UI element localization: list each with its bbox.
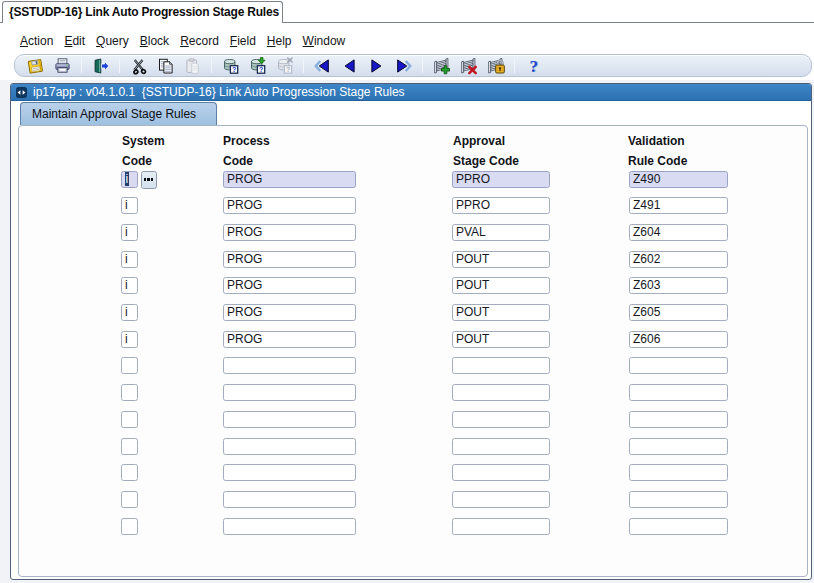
process-code-field-row-4[interactable]: PROG: [223, 251, 356, 268]
paste-button[interactable]: [183, 56, 203, 75]
menu-item-block[interactable]: Block: [139, 32, 170, 50]
system-code-field-row-9[interactable]: [121, 384, 138, 401]
print-button[interactable]: [53, 56, 73, 75]
approval-stage-code-field-row-6[interactable]: POUT: [452, 304, 550, 321]
toolbar-separator: [514, 58, 515, 73]
process-code-field-row-2[interactable]: PROG: [223, 197, 356, 214]
system-code-field-row-8[interactable]: [121, 357, 138, 374]
validation-rule-code-field-row-3[interactable]: Z604: [629, 224, 728, 241]
approval-stage-code-field-row-13[interactable]: [452, 491, 550, 508]
validation-rule-code-field-row-12[interactable]: [629, 464, 728, 481]
validation-rule-code-field-row-7[interactable]: Z606: [629, 331, 728, 348]
cut-button[interactable]: [129, 56, 149, 75]
svg-text:?: ?: [232, 65, 236, 72]
process-code-field-row-8[interactable]: [223, 357, 356, 374]
paste-icon: [183, 57, 202, 75]
validation-rule-code-field-row-6[interactable]: Z605: [629, 304, 728, 321]
validation-rule-code-field-row-14[interactable]: [629, 518, 728, 535]
system-code-field-row-6[interactable]: i: [121, 304, 138, 321]
approval-stage-code-field-row-14[interactable]: [452, 518, 550, 535]
menu-item-window[interactable]: Window: [302, 32, 347, 50]
system-code-field-row-1[interactable]: i: [121, 171, 138, 188]
validation-rule-code-field-row-4[interactable]: Z602: [629, 251, 728, 268]
cut-icon: [129, 57, 148, 75]
help-icon: ??: [524, 57, 543, 75]
execute-query-button[interactable]: ?: [248, 56, 268, 75]
approval-stage-code-field-row-7[interactable]: POUT: [452, 331, 550, 348]
application-window: {SSTUDP-16} Link Auto Progression Stage …: [0, 0, 814, 583]
validation-rule-code-field-row-13[interactable]: [629, 491, 728, 508]
process-code-field-row-10[interactable]: [223, 411, 356, 428]
copy-button[interactable]: [156, 56, 176, 75]
validation-rule-code-field-row-9[interactable]: [629, 384, 728, 401]
process-code-field-row-14[interactable]: [223, 518, 356, 535]
next-record-button[interactable]: [367, 56, 387, 75]
menu-item-edit[interactable]: Edit: [63, 32, 86, 50]
approval-stage-code-field-row-11[interactable]: [452, 438, 550, 455]
form-window-title-bar[interactable]: ip17app : v04.1.0.1 {SSTUDP-16} Link Aut…: [11, 84, 811, 101]
validation-rule-code-field-row-2[interactable]: Z491: [629, 197, 728, 214]
toolbar-separator: [211, 58, 212, 73]
process-code-field-row-5[interactable]: PROG: [223, 277, 356, 294]
approval-stage-code-field-row-5[interactable]: POUT: [452, 277, 550, 294]
system-code-field-row-5[interactable]: i: [121, 277, 138, 294]
approval-stage-code-field-row-8[interactable]: [452, 357, 550, 374]
system-code-field-row-10[interactable]: [121, 411, 138, 428]
menu-item-help[interactable]: Help: [266, 32, 293, 50]
menu-item-field[interactable]: Field: [229, 32, 257, 50]
menu-item-record[interactable]: Record: [179, 32, 220, 50]
app-tab[interactable]: {SSTUDP-16} Link Auto Progression Stage …: [2, 1, 283, 23]
execute-query-icon: ?: [248, 57, 267, 75]
lov-ellipsis-button[interactable]: [141, 171, 157, 189]
process-code-field-row-1[interactable]: PROG: [223, 171, 356, 188]
copy-icon: [156, 57, 175, 75]
form-window-icon[interactable]: [16, 87, 27, 98]
toolbar: ?????: [14, 54, 812, 77]
system-code-field-row-7[interactable]: i: [121, 331, 138, 348]
menu-item-action[interactable]: Action: [19, 32, 54, 50]
system-code-field-row-4[interactable]: i: [121, 251, 138, 268]
process-code-field-row-11[interactable]: [223, 438, 356, 455]
validation-rule-code-field-row-5[interactable]: Z603: [629, 277, 728, 294]
previous-block-button[interactable]: [313, 56, 333, 75]
system-code-field-row-12[interactable]: [121, 464, 138, 481]
help-button[interactable]: ??: [524, 56, 544, 75]
form-window-title: ip17app : v04.1.0.1 {SSTUDP-16} Link Aut…: [33, 84, 405, 101]
next-block-button[interactable]: [394, 56, 414, 75]
save-button[interactable]: [26, 56, 46, 75]
process-code-field-row-12[interactable]: [223, 464, 356, 481]
process-code-field-row-7[interactable]: PROG: [223, 331, 356, 348]
process-code-field-row-3[interactable]: PROG: [223, 224, 356, 241]
approval-stage-code-field-row-1[interactable]: PPRO: [452, 171, 550, 188]
validation-rule-code-field-row-1[interactable]: Z490: [629, 171, 728, 188]
validation-rule-code-field-row-10[interactable]: [629, 411, 728, 428]
approval-stage-code-field-row-3[interactable]: PVAL: [452, 224, 550, 241]
system-code-field-row-2[interactable]: i: [121, 197, 138, 214]
svg-text:?: ?: [259, 65, 263, 72]
menu-bar: ActionEditQueryBlockRecordFieldHelpWindo…: [0, 29, 814, 53]
enter-query-button[interactable]: ?: [221, 56, 241, 75]
process-code-field-row-6[interactable]: PROG: [223, 304, 356, 321]
system-code-field-row-13[interactable]: [121, 491, 138, 508]
approval-stage-code-field-row-2[interactable]: PPRO: [452, 197, 550, 214]
previous-record-button[interactable]: [340, 56, 360, 75]
validation-rule-code-field-row-8[interactable]: [629, 357, 728, 374]
approval-stage-code-field-row-10[interactable]: [452, 411, 550, 428]
process-code-field-row-13[interactable]: [223, 491, 356, 508]
tab-page: System CodeProcess CodeApproval Stage Co…: [18, 125, 808, 577]
approval-stage-code-field-row-9[interactable]: [452, 384, 550, 401]
validation-rule-code-field-row-11[interactable]: [629, 438, 728, 455]
exit-button[interactable]: [91, 56, 111, 75]
approval-stage-code-field-row-4[interactable]: POUT: [452, 251, 550, 268]
approval-stage-code-field-row-12[interactable]: [452, 464, 550, 481]
delete-record-button[interactable]: [459, 56, 479, 75]
process-code-field-row-9[interactable]: [223, 384, 356, 401]
tab-maintain-approval-stage-rules[interactable]: Maintain Approval Stage Rules: [20, 102, 217, 125]
cancel-query-button[interactable]: ?: [275, 56, 295, 75]
system-code-field-row-11[interactable]: [121, 438, 138, 455]
lock-record-button[interactable]: [486, 56, 506, 75]
menu-item-query[interactable]: Query: [95, 32, 130, 50]
system-code-field-row-3[interactable]: i: [121, 224, 138, 241]
system-code-field-row-14[interactable]: [121, 518, 138, 535]
insert-record-button[interactable]: [432, 56, 452, 75]
